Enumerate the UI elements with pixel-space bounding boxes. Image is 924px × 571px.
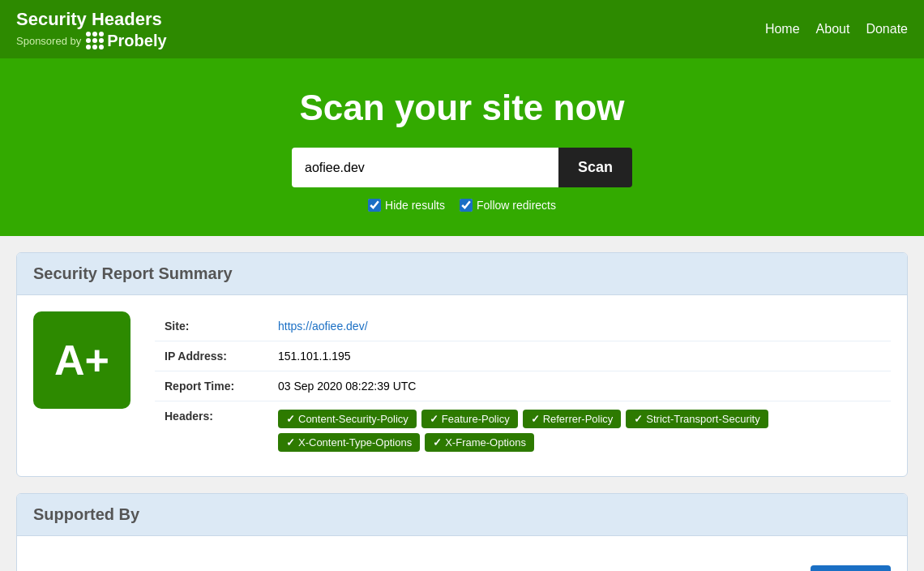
sponsor-line: Sponsored by Probely: [16, 32, 167, 50]
nav-links: Home About Donate: [765, 22, 908, 36]
summary-content: A+ Site: https://aofiee.dev/ IP Address:…: [33, 311, 891, 460]
report-card: Security Report Summary A+ Site: https:/…: [16, 252, 908, 477]
site-label: Site:: [155, 311, 268, 341]
header-badges: Content-Security-Policy Feature-Policy R…: [278, 410, 881, 452]
badge-xfo: X-Frame-Options: [425, 433, 534, 452]
badge-xcto: X-Content-Type-Options: [278, 433, 420, 452]
badge-rp: Referrer-Policy: [523, 410, 622, 428]
site-title: Security Headers: [16, 9, 167, 30]
supported-card: Supported By Probely Wow, amazing grade!…: [16, 493, 908, 571]
nav-home-link[interactable]: Home: [765, 22, 800, 36]
headers-label: Headers:: [155, 401, 268, 461]
hide-results-checkbox[interactable]: [368, 199, 381, 212]
headers-row: Headers: Content-Security-Policy Feature…: [155, 401, 891, 461]
sponsor-label: Sponsored by: [16, 35, 81, 47]
follow-redirects-text: Follow redirects: [477, 199, 556, 212]
nav-about-link[interactable]: About: [816, 22, 850, 36]
badge-csp: Content-Security-Policy: [278, 410, 417, 428]
options-row: Hide results Follow redirects: [16, 199, 908, 212]
time-value: 03 Sep 2020 08:22:39 UTC: [268, 371, 891, 401]
hide-results-text: Hide results: [385, 199, 445, 212]
probely-name: Probely: [107, 32, 166, 50]
search-bar: Scan: [292, 148, 632, 187]
hero-section: Scan your site now Scan Hide results Fol…: [0, 58, 924, 236]
time-label: Report Time:: [155, 371, 268, 401]
nav-donate-link[interactable]: Donate: [866, 22, 908, 36]
scan-button[interactable]: Scan: [558, 148, 632, 187]
report-card-body: A+ Site: https://aofiee.dev/ IP Address:…: [17, 295, 907, 476]
navbar: Security Headers Sponsored by Probely Ho…: [0, 0, 924, 58]
report-card-header: Security Report Summary: [17, 253, 907, 295]
supported-title: Supported By: [33, 505, 891, 524]
hide-results-label[interactable]: Hide results: [368, 199, 445, 212]
ip-value: 151.101.1.195: [268, 341, 891, 371]
ip-label: IP Address:: [155, 341, 268, 371]
site-row: Site: https://aofiee.dev/: [155, 311, 891, 341]
follow-redirects-checkbox[interactable]: [460, 199, 473, 212]
probely-logo: Probely: [86, 32, 166, 50]
brand: Security Headers Sponsored by Probely: [16, 9, 167, 50]
try-now-button[interactable]: Try Now: [811, 565, 891, 571]
hero-heading: Scan your site now: [16, 88, 908, 128]
ip-row: IP Address: 151.101.1.195: [155, 341, 891, 371]
summary-table: Site: https://aofiee.dev/ IP Address: 15…: [155, 311, 891, 460]
probely-dots-icon: [86, 32, 104, 49]
report-title: Security Report Summary: [33, 264, 891, 283]
main-content: Security Report Summary A+ Site: https:/…: [0, 236, 924, 571]
badge-sts: Strict-Transport-Security: [626, 410, 768, 428]
grade-badge: A+: [33, 311, 130, 409]
url-input[interactable]: [292, 148, 558, 187]
supported-card-body: Probely Wow, amazing grade! Perform a de…: [17, 536, 907, 571]
time-row: Report Time: 03 Sep 2020 08:22:39 UTC: [155, 371, 891, 401]
badge-fp: Feature-Policy: [421, 410, 518, 428]
follow-redirects-label[interactable]: Follow redirects: [460, 199, 556, 212]
site-url-link[interactable]: https://aofiee.dev/: [278, 320, 368, 333]
sponsor-row: Probely Wow, amazing grade! Perform a de…: [33, 552, 891, 571]
supported-card-header: Supported By: [17, 494, 907, 536]
